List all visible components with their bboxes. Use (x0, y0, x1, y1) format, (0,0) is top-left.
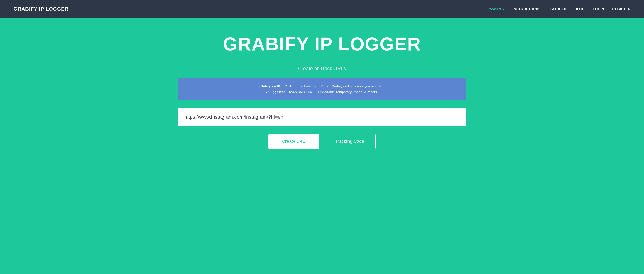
nav-item-blog[interactable]: BLOG (574, 7, 585, 11)
title-divider (290, 59, 354, 59)
hero-section: GRABIFY IP LOGGER Create or Track URLs -… (0, 18, 644, 274)
nav-item-tools[interactable]: TOOLS (489, 7, 504, 11)
navbar: GRABIFY IP LOGGER TOOLS INSTRUCTIONS FEA… (0, 0, 644, 18)
hide-ip-bold: - Hide your IP! (258, 84, 282, 88)
info-banner[interactable]: - Hide your IP! - Click here to hide you… (178, 78, 466, 100)
suggested-bold: - Suggested (266, 90, 286, 94)
info-line-2: - Suggested - Temp SMS - FREE Disposable… (186, 89, 458, 95)
create-url-button[interactable]: Create URL (268, 134, 319, 149)
nav-link-login[interactable]: LOGIN (593, 7, 604, 11)
hide-bold: hide (304, 84, 311, 88)
nav-link-register[interactable]: REGISTER (612, 7, 630, 11)
url-input-wrap (178, 108, 466, 126)
tracking-code-button[interactable]: Tracking Code (324, 134, 376, 149)
nav-menu: TOOLS INSTRUCTIONS FEATURES BLOG LOGIN R… (489, 7, 630, 11)
nav-link-tools[interactable]: TOOLS (489, 7, 502, 11)
page-title: GRABIFY IP LOGGER (223, 34, 421, 54)
info-line-1: - Hide your IP! - Click here to hide you… (186, 83, 458, 89)
buttons-row: Create URL Tracking Code (268, 134, 376, 149)
nav-item-features[interactable]: FEATURES (548, 7, 566, 11)
nav-item-login[interactable]: LOGIN (593, 7, 604, 11)
nav-item-instructions[interactable]: INSTRUCTIONS (513, 7, 540, 11)
hero-subtitle: Create or Track URLs (298, 66, 346, 72)
nav-link-blog[interactable]: BLOG (574, 7, 585, 11)
url-input[interactable] (178, 108, 466, 126)
chevron-down-icon (502, 8, 504, 10)
nav-item-register[interactable]: REGISTER (612, 7, 630, 11)
nav-link-features[interactable]: FEATURES (548, 7, 566, 11)
nav-link-instructions[interactable]: INSTRUCTIONS (513, 7, 540, 11)
navbar-brand[interactable]: GRABIFY IP LOGGER (14, 6, 68, 12)
